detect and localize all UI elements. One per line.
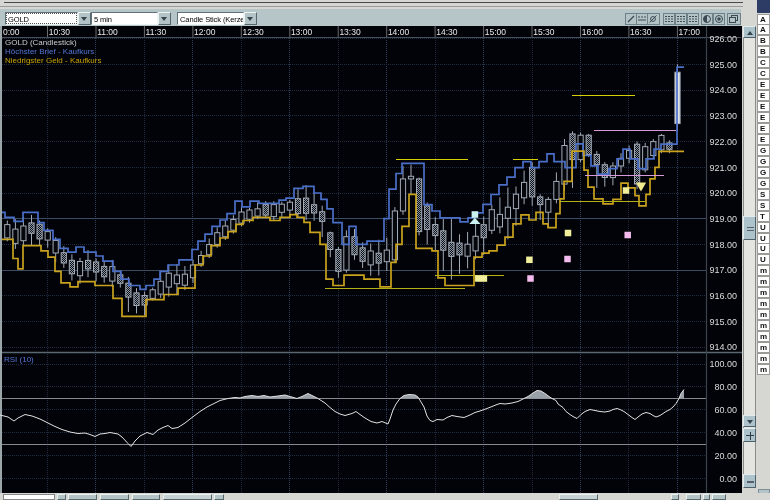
svg-text:11:30: 11:30 [146, 27, 167, 37]
svg-text:12:00: 12:00 [194, 27, 216, 37]
svg-text:16:00: 16:00 [582, 27, 604, 37]
svg-text:12:30: 12:30 [243, 27, 265, 37]
svg-text:926.00: 926.00 [709, 34, 737, 44]
svg-text:925.00: 925.00 [709, 60, 737, 70]
svg-text:80.00: 80.00 [714, 382, 737, 392]
svg-text:917.00: 917.00 [709, 265, 737, 275]
svg-text:915.00: 915.00 [709, 317, 737, 327]
svg-text:20.00: 20.00 [714, 451, 737, 461]
svg-text:GOLD (Candlestick): GOLD (Candlestick) [5, 38, 77, 47]
svg-text:60.00: 60.00 [714, 405, 737, 415]
svg-text:13:30: 13:30 [339, 27, 361, 37]
svg-text:924.00: 924.00 [709, 85, 737, 95]
svg-text:923.00: 923.00 [709, 111, 737, 121]
svg-text:0.00: 0.00 [719, 474, 737, 484]
svg-text:914.00: 914.00 [709, 342, 737, 352]
svg-text:15:00: 15:00 [485, 27, 507, 37]
svg-text:100.00: 100.00 [709, 359, 737, 369]
svg-text:13:00: 13:00 [291, 27, 313, 37]
svg-text:16:30: 16:30 [630, 27, 652, 37]
svg-text:920.00: 920.00 [709, 188, 737, 198]
svg-text:918.00: 918.00 [709, 240, 737, 250]
svg-text:15:30: 15:30 [533, 27, 555, 37]
svg-text:14:30: 14:30 [436, 27, 458, 37]
svg-text:0:00: 0:00 [3, 27, 20, 37]
svg-text:40.00: 40.00 [714, 428, 737, 438]
svg-text:17:00: 17:00 [679, 27, 701, 37]
svg-text:RSI (10): RSI (10) [4, 355, 34, 364]
svg-text:921.00: 921.00 [709, 163, 737, 173]
svg-text:916.00: 916.00 [709, 291, 737, 301]
svg-text:922.00: 922.00 [709, 137, 737, 147]
svg-text:919.00: 919.00 [709, 214, 737, 224]
svg-text:10:30: 10:30 [49, 27, 71, 37]
svg-text:Niedrigster Geld - Kaufkurs: Niedrigster Geld - Kaufkurs [5, 56, 101, 65]
svg-text:Höchster Brief - Kaufkurs: Höchster Brief - Kaufkurs [5, 47, 94, 56]
svg-text:14:00: 14:00 [388, 27, 410, 37]
svg-text:11:00: 11:00 [97, 27, 118, 37]
